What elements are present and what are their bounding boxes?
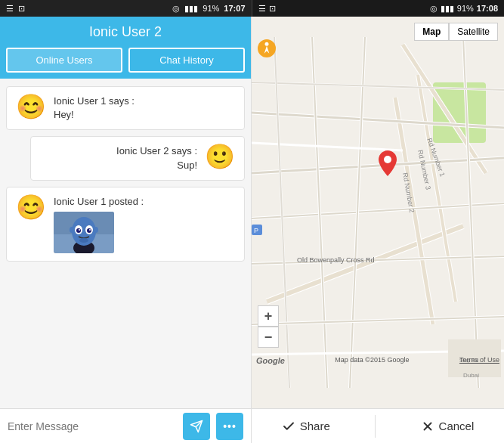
left-battery-icon: 91% [203, 4, 219, 13]
message-1: Hey! [54, 109, 74, 120]
chat-message-2: 🙂 Ionic User 2 says : Sup! [30, 136, 245, 180]
map-person-icon[interactable] [258, 39, 276, 57]
share-label: Share [300, 420, 330, 432]
left-clock: 17:07 [224, 4, 245, 13]
more-icon: ••• [223, 420, 237, 432]
tab-bar: Online Users Chat History [0, 48, 251, 79]
right-clock: 17:08 [477, 4, 498, 13]
chat-message-1: 😊 Ionic User 1 says : Hey! [6, 86, 245, 130]
share-button[interactable]: Share [267, 414, 345, 439]
tab-chat-history[interactable]: Chat History [128, 48, 245, 73]
sender-1: Ionic User 1 says : [54, 95, 135, 107]
message-2: Sup! [177, 160, 197, 171]
google-logo: Google [256, 356, 285, 365]
map-attribution: Google Map data ©2015 Google Terms of Us… [252, 355, 504, 367]
map-data-text: Map data ©2015 Google [335, 356, 409, 365]
right-alarm-icon: ◎ [430, 4, 438, 14]
left-status-bar: ☰ ⊡ ◎ ▮▮▮ 91% 17:07 [0, 0, 252, 17]
map-tab-satellite[interactable]: Satellite [449, 23, 498, 41]
tab-online-users[interactable]: Online Users [6, 48, 122, 73]
svg-point-12 [79, 238, 88, 243]
zoom-out-button[interactable]: − [258, 327, 279, 348]
chat-text-2: Ionic User 2 says : Sup! [116, 144, 197, 172]
svg-point-8 [79, 229, 80, 231]
svg-point-10 [70, 227, 74, 233]
map-roads-svg: P Rd Number 1 Rd Number 2 Rd Number 3 Ol… [252, 17, 504, 408]
terms-link[interactable]: Terms of Use [459, 356, 499, 365]
main-layout: Ionic User 2 Online Users Chat History 😊… [0, 17, 504, 443]
map-bottom-bar: Share Cancel [252, 408, 504, 443]
right-msg-icon: ⊡ [269, 4, 276, 14]
svg-point-6 [76, 228, 81, 233]
svg-point-25 [384, 156, 391, 163]
emoji-1: 😊 [16, 94, 46, 119]
svg-point-9 [89, 229, 91, 231]
zoom-in-button[interactable]: + [258, 305, 279, 327]
chat-area: 😊 Ionic User 1 says : Hey! 🙂 Ionic User … [0, 79, 251, 408]
map-tab-map[interactable]: Map [414, 23, 449, 41]
svg-text:P: P [254, 227, 258, 234]
chat-message-3: 😊 Ionic User 1 posted : [6, 187, 245, 262]
svg-point-24 [265, 42, 269, 46]
svg-point-7 [87, 228, 91, 233]
right-status-bar: ☰ ⊡ ◎ ▮▮▮ 91% 17:08 [252, 0, 505, 17]
left-panel: Ionic User 2 Online Users Chat History 😊… [0, 17, 252, 443]
emoji-3: 😊 [16, 195, 46, 219]
cancel-label: Cancel [439, 420, 475, 432]
chat-text-1: Ionic User 1 says : Hey! [54, 94, 135, 122]
cancel-button[interactable]: Cancel [406, 414, 490, 439]
emoji-2: 🙂 [205, 144, 235, 169]
chat-text-3: Ionic User 1 posted : [54, 195, 144, 253]
map-controls: Map Satellite [414, 23, 498, 41]
map-zoom-controls: + − [258, 305, 279, 348]
more-button[interactable]: ••• [216, 413, 243, 440]
left-usb-icon: ⊡ [18, 4, 25, 14]
sender-2: Ionic User 2 says : [116, 145, 197, 156]
svg-text:Old Bowenpally Cross Rd: Old Bowenpally Cross Rd [297, 256, 375, 264]
right-usb-icon: ☰ [258, 4, 266, 14]
map-location-pin [379, 150, 397, 181]
app-title: Ionic User 2 [89, 24, 162, 39]
left-network-icon: ☰ [6, 4, 14, 14]
left-alarm-icon: ◎ [172, 4, 180, 14]
status-bar: ☰ ⊡ ◎ ▮▮▮ 91% 17:07 ☰ ⊡ ◎ ▮▮▮ 91% 17:08 [0, 0, 504, 17]
map-container: P Rd Number 1 Rd Number 2 Rd Number 3 Ol… [252, 17, 504, 408]
left-header: Ionic User 2 [0, 17, 251, 48]
message-input[interactable] [8, 420, 177, 432]
svg-point-11 [94, 227, 98, 233]
right-panel: P Rd Number 1 Rd Number 2 Rd Number 3 Ol… [252, 17, 504, 443]
bottom-input-bar: ••• [0, 408, 251, 443]
right-battery-icon: 91% [457, 4, 474, 13]
left-signal-icon: ▮▮▮ [184, 4, 198, 14]
svg-text:Dubai: Dubai [463, 372, 479, 379]
map-background: P Rd Number 1 Rd Number 2 Rd Number 3 Ol… [252, 17, 504, 408]
right-signal-icon: ▮▮▮ [441, 4, 454, 14]
send-button[interactable] [183, 413, 210, 440]
map-bar-divider [375, 415, 376, 438]
sender-3: Ionic User 1 posted : [54, 196, 144, 207]
posted-image [54, 212, 114, 253]
